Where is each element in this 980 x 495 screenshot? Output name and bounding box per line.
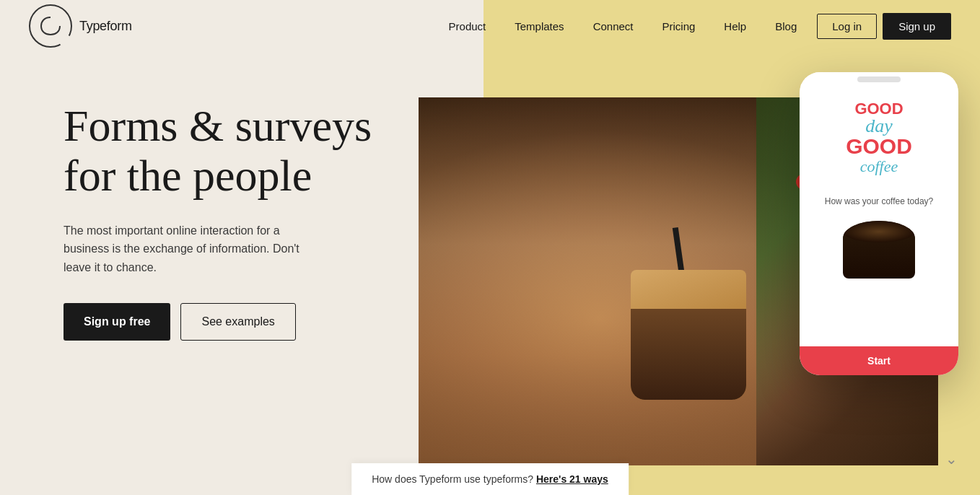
photo-cup [616, 270, 761, 429]
brand-day: day [846, 117, 912, 136]
logo[interactable]: Typeform [29, 4, 132, 48]
nav-link-pricing[interactable]: Pricing [651, 14, 707, 38]
brand-good2: GOOD [846, 136, 912, 157]
hero-subtitle: The most important online interaction fo… [64, 222, 309, 277]
phone-cup-top [843, 221, 915, 242]
nav-item-connect[interactable]: Connect [582, 14, 645, 38]
phone-content: GOOD day GOOD coffee How was your coffee… [800, 87, 958, 346]
hero-buttons: Sign up free See examples [64, 303, 410, 341]
nav-link-help[interactable]: Help [712, 14, 758, 38]
hero-title: Forms & surveys for the people [64, 101, 410, 201]
nav-item-product[interactable]: Product [437, 14, 498, 38]
banner-link[interactable]: Here's 21 ways [536, 473, 608, 485]
nav-link-templates[interactable]: Templates [503, 14, 575, 38]
cup-body [631, 270, 746, 400]
phone-mockup: GOOD day GOOD coffee How was your coffee… [800, 72, 958, 375]
logo-text: Typeform [79, 19, 132, 34]
brand-good: GOOD [846, 101, 912, 117]
hero-content: Forms & surveys for the people The most … [64, 101, 410, 341]
nav-link-product[interactable]: Product [437, 14, 498, 38]
nav-signup-button[interactable]: Sign up [883, 13, 951, 40]
nav-link-connect[interactable]: Connect [582, 14, 645, 38]
phone-top-bar [800, 72, 958, 87]
phone-question: How was your coffee today? [825, 196, 934, 206]
phone-cup-image [836, 221, 922, 286]
phone-notch [857, 76, 901, 82]
phone-cup-visual [843, 221, 915, 279]
cup-liquid [631, 309, 746, 400]
nav-link-blog[interactable]: Blog [764, 14, 808, 38]
see-examples-button[interactable]: See examples [180, 303, 295, 341]
bottom-banner: How does Typeform use typeforms? Here's … [351, 463, 629, 495]
signup-free-button[interactable]: Sign up free [64, 303, 170, 341]
banner-text: How does Typeform use typeforms? [372, 473, 533, 485]
brand-coffee: coffee [846, 157, 912, 176]
phone-start-button[interactable]: Start [800, 346, 958, 375]
nav-links: Product Templates Connect Pricing Help B… [437, 14, 809, 38]
nav-item-templates[interactable]: Templates [503, 14, 575, 38]
chevron-down-icon: ⌄ [937, 444, 966, 473]
coffee-brand: GOOD day GOOD coffee [846, 101, 912, 176]
login-button[interactable]: Log in [817, 14, 877, 39]
logo-circle [29, 4, 72, 48]
nav-item-blog[interactable]: Blog [764, 14, 808, 38]
scroll-indicator: ⌄ [937, 444, 966, 473]
nav-item-help[interactable]: Help [712, 14, 758, 38]
navigation: Typeform Product Templates Connect Prici… [0, 0, 980, 52]
nav-item-pricing[interactable]: Pricing [651, 14, 707, 38]
